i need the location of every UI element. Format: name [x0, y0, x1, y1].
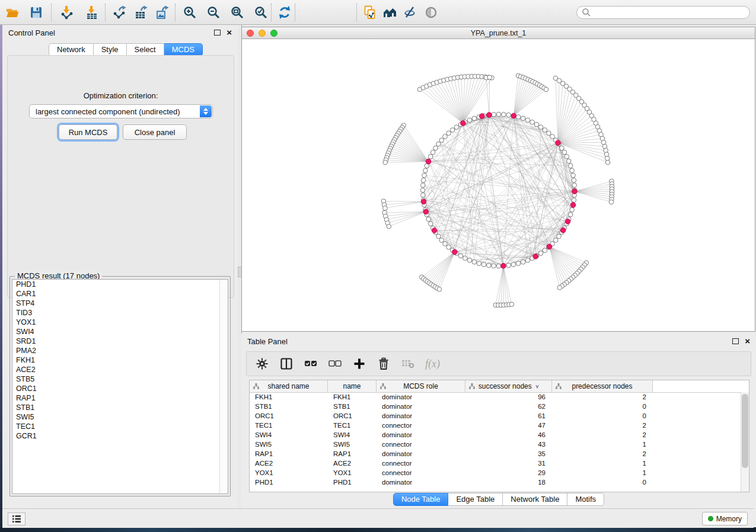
- network-node[interactable]: [467, 118, 472, 123]
- table-cell[interactable]: STB1: [328, 403, 377, 410]
- table-row[interactable]: FKH1FKH1dominator962: [250, 392, 741, 402]
- network-node[interactable]: [568, 164, 573, 168]
- table-row[interactable]: PHD1PHD1dominator180: [250, 477, 741, 487]
- network-node[interactable]: [492, 264, 496, 268]
- table-row[interactable]: TEC1TEC1connector472: [250, 421, 741, 430]
- mcds-result-item[interactable]: SRD1: [12, 336, 228, 346]
- network-node[interactable]: [454, 125, 459, 130]
- mcds-result-item[interactable]: TEC1: [12, 422, 228, 431]
- network-node[interactable]: [605, 160, 610, 165]
- network-node[interactable]: [428, 222, 433, 226]
- table-cell[interactable]: connector: [377, 460, 465, 467]
- deselect-all-columns-icon[interactable]: [328, 357, 342, 371]
- table-cell[interactable]: SWI5: [250, 441, 328, 448]
- table-cell[interactable]: connector: [377, 469, 465, 476]
- network-node[interactable]: [509, 302, 514, 307]
- mcds-result-item[interactable]: ACE2: [12, 365, 228, 374]
- network-node[interactable]: [566, 159, 571, 164]
- network-canvas[interactable]: [242, 39, 755, 331]
- network-node[interactable]: [516, 261, 521, 266]
- mcds-node[interactable]: [511, 113, 516, 118]
- mcds-node[interactable]: [426, 159, 431, 164]
- show-columns-icon[interactable]: [279, 357, 294, 371]
- table-cell[interactable]: 29: [465, 469, 552, 476]
- table-row[interactable]: SWI4SWI4dominator462: [250, 430, 741, 440]
- mcds-node[interactable]: [572, 189, 578, 194]
- table-cell[interactable]: dominator: [377, 431, 465, 438]
- memory-button[interactable]: Memory: [702, 512, 748, 525]
- table-cell[interactable]: RAP1: [328, 450, 377, 457]
- tab-motifs[interactable]: Motifs: [567, 493, 604, 506]
- table-cell[interactable]: ACE2: [328, 460, 377, 467]
- table-cell[interactable]: PHD1: [250, 479, 328, 486]
- network-window-titlebar[interactable]: YPA_prune.txt_1: [242, 27, 755, 39]
- table-options-icon[interactable]: [255, 357, 269, 371]
- column-header-predecessor-nodes[interactable]: predecessor nodes: [552, 380, 653, 392]
- table-cell[interactable]: 2: [552, 422, 653, 429]
- mcds-result-item[interactable]: STP4: [12, 299, 228, 308]
- network-node[interactable]: [525, 118, 530, 123]
- mcds-node[interactable]: [421, 199, 426, 204]
- table-cell[interactable]: 2: [552, 431, 653, 438]
- network-node[interactable]: [568, 212, 573, 217]
- network-node[interactable]: [564, 155, 569, 159]
- network-node[interactable]: [387, 224, 391, 229]
- mcds-node[interactable]: [560, 227, 566, 233]
- table-cell[interactable]: 1: [552, 460, 653, 467]
- table-cell[interactable]: 96: [465, 393, 552, 400]
- show-annotations-icon[interactable]: [423, 5, 439, 20]
- network-node[interactable]: [472, 116, 477, 121]
- table-cell[interactable]: connector: [377, 422, 465, 429]
- mcds-result-item[interactable]: RAP1: [12, 393, 228, 403]
- network-node[interactable]: [516, 115, 521, 120]
- table-cell[interactable]: YOX1: [250, 469, 328, 476]
- network-node[interactable]: [560, 146, 564, 150]
- table-cell[interactable]: 61: [465, 412, 552, 419]
- network-node[interactable]: [547, 131, 551, 136]
- network-node[interactable]: [571, 173, 576, 178]
- tab-style[interactable]: Style: [94, 43, 127, 56]
- network-node[interactable]: [525, 258, 530, 262]
- zoom-fit-icon[interactable]: [229, 5, 245, 20]
- close-panel-icon[interactable]: ×: [227, 30, 232, 36]
- network-node[interactable]: [506, 113, 511, 117]
- network-node[interactable]: [458, 254, 463, 258]
- network-node[interactable]: [543, 248, 547, 253]
- import-table-icon[interactable]: [84, 5, 100, 20]
- mcds-node[interactable]: [570, 203, 576, 208]
- refresh-icon[interactable]: [277, 5, 292, 20]
- clone-network-icon[interactable]: [362, 5, 378, 20]
- table-cell[interactable]: 35: [465, 450, 552, 457]
- mcds-result-item[interactable]: YOX1: [12, 318, 228, 327]
- add-column-icon[interactable]: [352, 357, 366, 371]
- table-cell[interactable]: dominator: [377, 403, 465, 410]
- network-node[interactable]: [553, 238, 558, 243]
- network-node[interactable]: [383, 206, 388, 211]
- sort-chevron-icon[interactable]: v: [536, 383, 539, 389]
- hide-annotations-icon[interactable]: [402, 5, 417, 20]
- network-node[interactable]: [430, 150, 435, 155]
- network-node[interactable]: [467, 258, 472, 262]
- network-node[interactable]: [570, 168, 575, 173]
- network-node[interactable]: [443, 242, 448, 246]
- network-node[interactable]: [446, 245, 451, 249]
- table-cell[interactable]: TEC1: [328, 422, 377, 429]
- column-header-name[interactable]: name: [328, 380, 377, 392]
- mcds-node[interactable]: [501, 263, 506, 268]
- mcds-list-scrollbar[interactable]: [219, 280, 228, 493]
- network-node[interactable]: [572, 183, 577, 188]
- mcds-result-item[interactable]: PMA2: [12, 346, 228, 355]
- table-cell[interactable]: PHD1: [328, 479, 377, 486]
- network-node[interactable]: [538, 251, 543, 256]
- network-node[interactable]: [543, 128, 547, 133]
- mcds-node[interactable]: [480, 114, 485, 119]
- zoom-out-icon[interactable]: [206, 5, 221, 20]
- network-node[interactable]: [609, 200, 614, 204]
- network-node[interactable]: [477, 261, 481, 266]
- network-node[interactable]: [472, 259, 477, 264]
- table-cell[interactable]: SWI4: [250, 431, 328, 438]
- export-image-icon[interactable]: [155, 5, 170, 20]
- network-node[interactable]: [481, 262, 486, 267]
- network-node[interactable]: [557, 286, 562, 290]
- table-row[interactable]: ORC1ORC1dominator610: [250, 411, 741, 421]
